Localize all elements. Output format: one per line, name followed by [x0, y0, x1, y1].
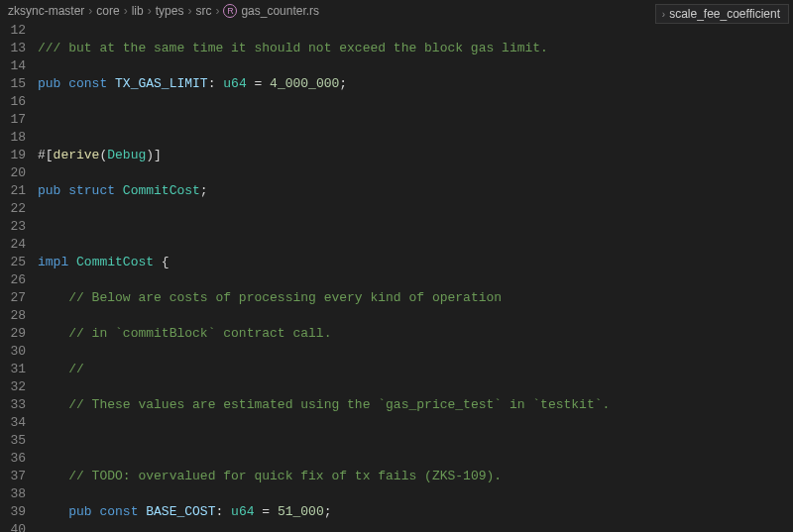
- punct: =: [247, 76, 270, 91]
- code-line[interactable]: // Below are costs of processing every k…: [38, 289, 793, 307]
- line-number: 23: [0, 218, 26, 236]
- references-peek-item[interactable]: › scale_fee_coefficient: [655, 4, 789, 24]
- code-line[interactable]: // in `commitBlock` contract call.: [38, 325, 793, 343]
- chevron-right-icon: ›: [124, 4, 128, 18]
- line-number: 20: [0, 164, 26, 182]
- code-line[interactable]: // TODO: overvalued for quick fix of tx …: [38, 468, 793, 485]
- keyword: const: [99, 504, 138, 519]
- line-number: 17: [0, 111, 26, 129]
- punct: ;: [200, 183, 208, 198]
- breadcrumb-seg[interactable]: core: [96, 4, 119, 18]
- keyword: struct: [68, 183, 115, 198]
- chevron-right-icon: ›: [148, 4, 152, 18]
- type: u64: [223, 76, 246, 91]
- punct: :: [215, 504, 231, 519]
- code-line[interactable]: [38, 218, 793, 236]
- breadcrumb-file[interactable]: gas_counter.rs: [241, 4, 319, 18]
- punct: ;: [339, 76, 347, 91]
- comment: // in `commitBlock` contract call.: [68, 326, 331, 341]
- code-line[interactable]: impl CommitCost {: [38, 254, 793, 271]
- comment: // Below are costs of processing every k…: [68, 290, 502, 305]
- keyword: impl: [38, 255, 68, 269]
- line-number: 29: [0, 325, 26, 343]
- line-number: 15: [0, 75, 26, 93]
- line-number: 34: [0, 414, 26, 432]
- type: CommitCost: [76, 255, 154, 269]
- line-number: 37: [0, 468, 26, 485]
- chevron-right-icon: ›: [662, 9, 665, 20]
- line-number: 22: [0, 200, 26, 218]
- code-editor[interactable]: 12 13 14 15 16 17 18 19 20 21 22 23 24 2…: [0, 22, 793, 532]
- keyword: pub: [68, 504, 91, 519]
- line-number: 28: [0, 307, 26, 325]
- code-line[interactable]: // These values are estimated using the …: [38, 396, 793, 414]
- line-number: 25: [0, 254, 26, 271]
- line-number: 39: [0, 503, 26, 521]
- number: 51_000: [278, 504, 324, 519]
- chevron-right-icon: ›: [215, 4, 219, 18]
- line-number: 32: [0, 378, 26, 396]
- macro: derive: [54, 148, 100, 162]
- code-line[interactable]: pub const BASE_COST: u64 = 51_000;: [38, 503, 793, 521]
- comment: /// but at the same time it should not e…: [38, 41, 548, 55]
- line-number: 12: [0, 22, 26, 40]
- code-line[interactable]: [38, 111, 793, 129]
- line-number: 30: [0, 343, 26, 361]
- line-number: 14: [0, 57, 26, 75]
- line-number: 26: [0, 271, 26, 289]
- punct: ;: [324, 504, 332, 519]
- punct: =: [255, 504, 278, 519]
- line-number: 31: [0, 361, 26, 378]
- number: 4_000_000: [270, 76, 339, 91]
- punct: ): [146, 148, 154, 162]
- breadcrumb-seg[interactable]: lib: [132, 4, 144, 18]
- type: Debug: [107, 148, 146, 162]
- comment: // These values are estimated using the …: [68, 397, 610, 412]
- comment: // TODO: overvalued for quick fix of tx …: [68, 469, 502, 483]
- type: u64: [231, 504, 254, 519]
- line-number: 33: [0, 396, 26, 414]
- code-line[interactable]: #[derive(Debug)]: [38, 147, 793, 164]
- line-number: 38: [0, 485, 26, 503]
- punct: {: [154, 255, 170, 269]
- identifier: TX_GAS_LIMIT: [115, 76, 208, 91]
- breadcrumb-seg[interactable]: zksync-master: [8, 4, 84, 18]
- punct: ]: [154, 148, 162, 162]
- comment: //: [68, 362, 84, 376]
- code-area[interactable]: /// but at the same time it should not e…: [38, 22, 793, 532]
- peek-label: scale_fee_coefficient: [669, 7, 780, 21]
- line-number: 16: [0, 93, 26, 111]
- type: CommitCost: [123, 183, 200, 198]
- breadcrumb-seg[interactable]: src: [195, 4, 211, 18]
- code-line[interactable]: pub const TX_GAS_LIMIT: u64 = 4_000_000;: [38, 75, 793, 93]
- code-line[interactable]: [38, 432, 793, 450]
- line-number: 40: [0, 521, 26, 532]
- line-number: 36: [0, 450, 26, 468]
- line-number: 35: [0, 432, 26, 450]
- code-line[interactable]: //: [38, 361, 793, 378]
- keyword: pub: [38, 76, 60, 91]
- breadcrumb-seg[interactable]: types: [156, 4, 184, 18]
- line-number: 24: [0, 236, 26, 254]
- identifier: BASE_COST: [146, 504, 215, 519]
- keyword: const: [68, 76, 107, 91]
- line-number: 13: [0, 40, 26, 57]
- line-number: 27: [0, 289, 26, 307]
- code-line[interactable]: /// but at the same time it should not e…: [38, 40, 793, 57]
- line-number: 19: [0, 147, 26, 164]
- punct: :: [208, 76, 224, 91]
- line-number: 18: [0, 129, 26, 147]
- keyword: pub: [38, 183, 60, 198]
- line-number-gutter: 12 13 14 15 16 17 18 19 20 21 22 23 24 2…: [0, 22, 38, 532]
- line-number: 21: [0, 182, 26, 200]
- chevron-right-icon: ›: [187, 4, 191, 18]
- punct: #[: [38, 148, 54, 162]
- code-line[interactable]: pub struct CommitCost;: [38, 182, 793, 200]
- chevron-right-icon: ›: [88, 4, 92, 18]
- rust-file-icon: R: [223, 4, 237, 18]
